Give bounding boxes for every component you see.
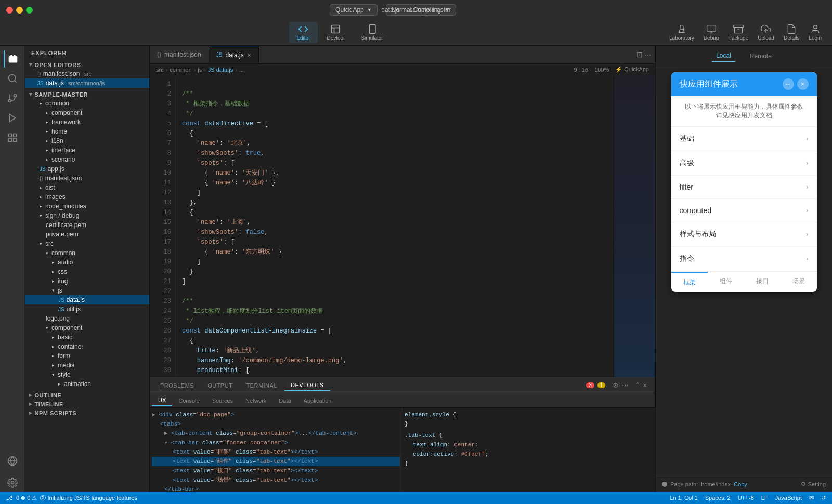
panel-more-icon[interactable]: ⋯: [622, 381, 629, 389]
sidebar-item-audio[interactable]: ▸audio: [25, 258, 149, 267]
datajs-tab-close-icon[interactable]: ×: [247, 51, 251, 59]
settings-activity-icon[interactable]: [4, 474, 21, 492]
tab-data-js[interactable]: JS data.js ×: [209, 46, 259, 63]
open-editor-datajs[interactable]: JS data.js src/common/js: [25, 78, 149, 88]
sidebar-item-interface[interactable]: ▸interface: [25, 145, 149, 155]
remote-tab[interactable]: Remote: [746, 50, 776, 62]
problems-tab[interactable]: PROBLEMS: [154, 380, 200, 391]
sb-spaces[interactable]: Spaces: 2: [705, 495, 731, 501]
sidebar-item-utiljs[interactable]: JS util.js: [25, 304, 149, 314]
sample-master-section[interactable]: ▾ SAMPLE-MASTER: [25, 90, 149, 99]
sidebar-item-component[interactable]: ▸component: [25, 108, 149, 117]
sim-tab-component[interactable]: 组件: [708, 272, 744, 292]
remote-activity-icon[interactable]: [4, 452, 21, 470]
sidebar-item-js[interactable]: ▾js: [25, 286, 149, 295]
sidebar-item-scenario[interactable]: ▸scenario: [25, 155, 149, 164]
sources-sub-tab[interactable]: Sources: [206, 395, 239, 406]
devtools-tab[interactable]: DEVTOOLS: [284, 380, 330, 391]
sim-close-icon[interactable]: ×: [797, 78, 809, 90]
extensions-activity-icon[interactable]: [4, 129, 21, 147]
sb-errors[interactable]: 0 ⊗ 0 ⚠: [16, 495, 37, 501]
terminal-tab[interactable]: TERMINAL: [240, 380, 283, 391]
sim-menu-basic[interactable]: 基础 ›: [671, 127, 817, 151]
console-sub-tab[interactable]: Console: [172, 395, 205, 406]
quick-app-selector[interactable]: Quick App ▼: [330, 4, 378, 16]
sidebar-item-datajs-active[interactable]: JS data.js: [25, 295, 149, 304]
application-sub-tab[interactable]: Application: [297, 395, 338, 406]
sim-more-icon[interactable]: ···: [783, 78, 794, 90]
network-sub-tab[interactable]: Network: [239, 395, 272, 406]
sim-menu-style[interactable]: 样式与布局 ›: [671, 222, 817, 247]
timeline-section[interactable]: ▸ TIMELINE: [25, 400, 149, 408]
sb-line-ending[interactable]: LF: [761, 495, 768, 501]
editor-tool-button[interactable]: Editor: [289, 22, 317, 43]
sidebar-item-src[interactable]: ▾src: [25, 239, 149, 248]
sidebar-item-logopng[interactable]: logo.png: [25, 314, 149, 323]
outline-section[interactable]: ▸ OUTLINE: [25, 391, 149, 400]
open-editors-section[interactable]: ▾ OPEN EDITORS: [25, 60, 149, 69]
login-button[interactable]: Login: [809, 24, 822, 41]
sim-menu-advanced[interactable]: 高级 ›: [671, 151, 817, 176]
sidebar-item-basic[interactable]: ▸basic: [25, 333, 149, 342]
sidebar-item-form[interactable]: ▸form: [25, 351, 149, 361]
sidebar-item-manifestjson[interactable]: {} manifest.json: [25, 174, 149, 183]
sidebar-item-animation[interactable]: ▸animation: [25, 379, 149, 389]
sim-tab-scene[interactable]: 场景: [781, 272, 817, 292]
simulator-tool-button[interactable]: Simulator: [354, 22, 390, 43]
upload-button[interactable]: Upload: [758, 24, 774, 41]
panel-minimize-icon[interactable]: ˄: [636, 381, 640, 389]
sidebar-item-node-modules[interactable]: ▸node_modules: [25, 202, 149, 211]
close-button[interactable]: [6, 7, 13, 14]
sidebar-item-media[interactable]: ▸media: [25, 361, 149, 370]
explorer-activity-icon[interactable]: [4, 50, 21, 68]
panel-gear-icon[interactable]: ⚙: [613, 381, 619, 389]
data-sub-tab[interactable]: Data: [272, 395, 297, 406]
sb-sync-icon[interactable]: ↺: [821, 495, 826, 501]
sb-position[interactable]: Ln 1, Col 1: [670, 495, 698, 501]
tab-manifest-json[interactable]: {} manifest.json: [150, 46, 209, 63]
sidebar-item-i18n[interactable]: ▸i18n: [25, 136, 149, 145]
npm-scripts-section[interactable]: ▸ NPM SCRIPTS: [25, 408, 149, 417]
ux-sub-tab[interactable]: UX: [152, 395, 172, 406]
sidebar-item-common-src[interactable]: ▾common: [25, 248, 149, 258]
devtool-tool-button[interactable]: Devtool: [320, 22, 352, 43]
package-button[interactable]: Package: [728, 24, 748, 41]
details-button[interactable]: Details: [784, 24, 800, 41]
laboratory-button[interactable]: Laboratory: [669, 24, 694, 41]
sim-menu-computed[interactable]: computed ›: [671, 199, 817, 222]
copy-link[interactable]: Copy: [734, 481, 747, 487]
more-actions-icon[interactable]: ···: [645, 50, 651, 59]
output-tab[interactable]: OUTPUT: [201, 380, 239, 391]
source-control-activity-icon[interactable]: [4, 89, 21, 107]
minimize-button[interactable]: [16, 7, 23, 14]
setting-button[interactable]: ⚙ Setting: [801, 481, 826, 487]
sidebar-item-home[interactable]: ▸home: [25, 127, 149, 136]
debug-button[interactable]: Debug: [704, 24, 719, 41]
sim-menu-directive[interactable]: 指令 ›: [671, 247, 817, 271]
sidebar-item-framework[interactable]: ▸framework: [25, 117, 149, 127]
sidebar-item-container[interactable]: ▸container: [25, 342, 149, 351]
code-editor[interactable]: /** * 框架指令，基础数据 */ const dataDirective =…: [176, 75, 655, 377]
sim-tab-interface[interactable]: 接口: [744, 272, 781, 292]
sidebar-item-component-src[interactable]: ▾component: [25, 323, 149, 333]
sidebar-item-dist[interactable]: ▸dist: [25, 183, 149, 192]
maximize-button[interactable]: [26, 7, 33, 14]
sb-language[interactable]: JavaScript: [775, 495, 802, 501]
sim-menu-filter[interactable]: filter ›: [671, 176, 817, 199]
sidebar-item-img[interactable]: ▸img: [25, 276, 149, 286]
open-editor-manifest[interactable]: {} manifest.json src: [25, 69, 149, 78]
sidebar-item-sign-debug[interactable]: ▾sign / debug: [25, 211, 149, 220]
panel-close-icon[interactable]: ×: [643, 381, 647, 389]
sidebar-item-style[interactable]: ▾style: [25, 370, 149, 379]
sidebar-item-common[interactable]: ▸common: [25, 99, 149, 108]
sb-encoding[interactable]: UTF-8: [738, 495, 754, 501]
sidebar-item-css[interactable]: ▸css: [25, 267, 149, 276]
local-tab[interactable]: Local: [712, 50, 735, 62]
sidebar-item-certificate[interactable]: certificate.pem: [25, 220, 149, 230]
sidebar-item-images[interactable]: ▸images: [25, 192, 149, 202]
split-editor-icon[interactable]: ⊡: [636, 50, 643, 59]
sim-tab-framework[interactable]: 框架: [671, 272, 708, 292]
search-activity-icon[interactable]: [4, 70, 21, 87]
sidebar-item-appjs[interactable]: JS app.js: [25, 164, 149, 174]
sb-git-icon[interactable]: ⎇: [6, 495, 13, 501]
